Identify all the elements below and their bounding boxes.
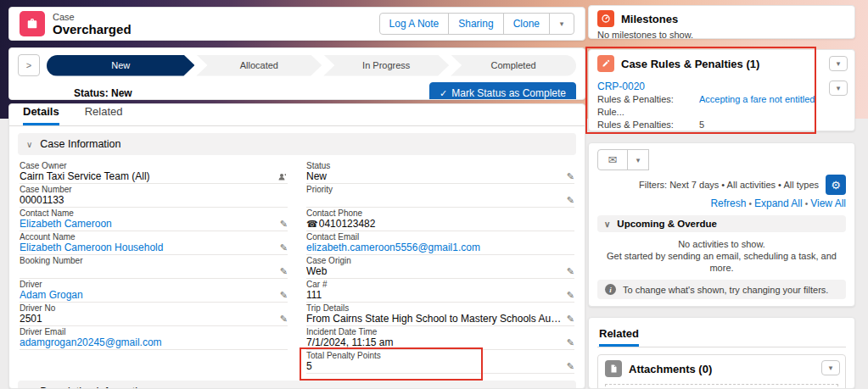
- header-actions: Log A NoteSharingClone ▾: [379, 13, 574, 35]
- related-panel: Related Attachments (0) ▾ ↑ Upload Files: [588, 317, 855, 389]
- field-value[interactable]: elizabeth.cameroon5556@gmail1.com: [306, 242, 574, 253]
- edit-icon[interactable]: ✎: [567, 291, 574, 300]
- path-stage-completed[interactable]: Completed: [451, 55, 576, 76]
- field-case-origin: Case OriginWeb✎: [306, 256, 574, 279]
- activity-empty-line1: No activities to show.: [597, 238, 846, 250]
- activity-empty-line2: Get started by sending an email, schedul…: [597, 250, 846, 274]
- field-value-row: 7/1/2024, 11:15 am✎: [306, 337, 574, 348]
- field-label: Total Penalty Points: [306, 351, 574, 361]
- field-label: Account Name: [20, 232, 288, 242]
- envelope-icon: ✉: [608, 153, 618, 166]
- path-stage-label: New: [111, 60, 130, 70]
- attachments-menu-button[interactable]: ▾: [821, 360, 840, 375]
- field-label: Booking Number: [20, 256, 288, 266]
- field-booking-number: Booking Number✎: [20, 256, 288, 279]
- activity-empty-text: No activities to show. Get started by se…: [597, 238, 846, 274]
- rule-row-value: 5: [699, 119, 704, 131]
- path-stage-new[interactable]: New: [47, 55, 194, 76]
- sidebar-tab-related[interactable]: Related: [599, 327, 639, 347]
- field-value-row: 111✎: [306, 290, 574, 301]
- edit-icon[interactable]: ✎: [567, 196, 574, 205]
- rule-row-value[interactable]: Accepting a fare not entitled: [699, 93, 815, 119]
- activity-info-bar: i To change what's shown, try changing y…: [597, 280, 846, 299]
- email-button[interactable]: ✉: [597, 149, 628, 170]
- rule-row-menu-button[interactable]: ▾: [829, 81, 848, 96]
- field-label: Contact Name: [20, 208, 288, 219]
- change-owner-icon[interactable]: [277, 172, 288, 182]
- edit-icon[interactable]: ✎: [280, 291, 288, 300]
- field-value[interactable]: Elizabeth Cameroon Household: [20, 242, 275, 253]
- upload-dropzone: ↑ Upload Files: [605, 384, 838, 389]
- field-label: Driver Email: [20, 327, 288, 337]
- section-description-information[interactable]: ∨ Description Information: [18, 381, 576, 389]
- case-highlights-title: Case Overcharged: [20, 11, 132, 36]
- rule-row: Rules & Penalties: Points:5: [597, 119, 846, 131]
- field-value-row: 5✎: [306, 361, 574, 372]
- attachments-card: Attachments (0) ▾ ↑ Upload Files: [597, 354, 846, 389]
- tab-related[interactable]: Related: [85, 105, 123, 125]
- field-label: Trip Details: [306, 303, 574, 314]
- field-value-row: Web✎: [306, 266, 574, 277]
- field-value: [306, 195, 562, 206]
- section-case-information[interactable]: ∨ Case Information: [18, 133, 576, 155]
- field-value[interactable]: Elizabeth Cameroon: [20, 219, 275, 230]
- field-value: 0410123482: [319, 219, 574, 230]
- field-value-row: New✎: [306, 171, 574, 182]
- field-value: [20, 266, 275, 277]
- section-upcoming-overdue[interactable]: ∨ Upcoming & Overdue: [597, 215, 846, 232]
- path-expand-button[interactable]: >: [18, 54, 40, 76]
- activity-settings-button[interactable]: ⚙: [826, 175, 846, 195]
- field-value-row: 00001133: [20, 195, 288, 206]
- action-log-a-note[interactable]: Log A Note: [379, 13, 450, 35]
- field-label: Priority: [306, 185, 574, 195]
- action-sharing[interactable]: Sharing: [448, 13, 503, 35]
- edit-icon[interactable]: ✎: [567, 338, 574, 347]
- field-value-row: 2501✎: [20, 314, 288, 325]
- field-value: Web: [306, 266, 562, 277]
- field-label: Incident Date Time: [306, 327, 574, 337]
- field-value-row: Adam Grogan✎: [20, 290, 288, 301]
- rule-record-link[interactable]: CRP-0020: [597, 81, 645, 92]
- phone-icon: ☎: [306, 219, 318, 230]
- chevron-down-icon: ▾: [636, 156, 641, 164]
- action-clone[interactable]: Clone: [503, 13, 550, 35]
- rule-row-label: Rules & Penalties: Rule...: [597, 93, 699, 119]
- mark-status-complete-button[interactable]: ✓ Mark Status as Complete: [429, 82, 576, 100]
- path-stage-allocated[interactable]: Allocated: [196, 55, 322, 76]
- edit-icon[interactable]: ✎: [567, 314, 574, 324]
- field-label: Case Owner: [20, 161, 288, 171]
- case-information-fields: Case OwnerCairn Taxi Service Team (All)C…: [9, 155, 585, 374]
- field-value-row: elizabeth.cameroon5556@gmail1.com: [306, 242, 574, 253]
- path-stage-in-progress[interactable]: In Progress: [323, 55, 449, 76]
- case-rules-menu-button[interactable]: ▾: [829, 56, 848, 71]
- path-stages: NewAllocatedIn ProgressCompleted: [47, 55, 576, 76]
- activity-link-refresh[interactable]: Refresh: [710, 197, 746, 209]
- edit-icon[interactable]: ✎: [280, 314, 288, 324]
- activity-link-expand-all[interactable]: Expand All: [754, 197, 803, 209]
- more-actions-button[interactable]: ▾: [549, 13, 574, 35]
- milestones-empty-text: No milestones to show.: [597, 30, 846, 39]
- field-value[interactable]: Adam Grogan: [20, 290, 275, 301]
- field-label: Car #: [306, 280, 574, 290]
- case-rules-title: Case Rules & Penalties (1): [621, 58, 759, 70]
- edit-icon[interactable]: ✎: [280, 267, 288, 276]
- tab-details[interactable]: Details: [23, 105, 59, 125]
- edit-icon[interactable]: ✎: [280, 220, 288, 229]
- status-text: Status: New: [74, 87, 132, 99]
- field-label: Status: [306, 161, 574, 171]
- activity-link-view-all[interactable]: View All: [810, 197, 846, 209]
- field-contact-phone: Contact Phone☎0410123482: [306, 208, 574, 231]
- edit-icon[interactable]: ✎: [567, 267, 574, 276]
- edit-icon[interactable]: ✎: [567, 362, 574, 371]
- milestones-icon: [597, 10, 614, 27]
- attachments-icon: [605, 360, 622, 377]
- field-case-owner: Case OwnerCairn Taxi Service Team (All): [20, 161, 288, 184]
- check-icon: ✓: [440, 88, 447, 99]
- chevron-down-icon: ▾: [560, 19, 564, 28]
- composer-dropdown-button[interactable]: ▾: [627, 149, 649, 170]
- edit-icon[interactable]: ✎: [567, 172, 574, 181]
- path-panel: > NewAllocatedIn ProgressCompleted Statu…: [8, 47, 585, 100]
- field-value[interactable]: adamgrogan20245@gmail.com: [20, 337, 288, 348]
- edit-icon[interactable]: ✎: [280, 243, 288, 253]
- mark-status-complete-label: Mark Status as Complete: [451, 87, 566, 99]
